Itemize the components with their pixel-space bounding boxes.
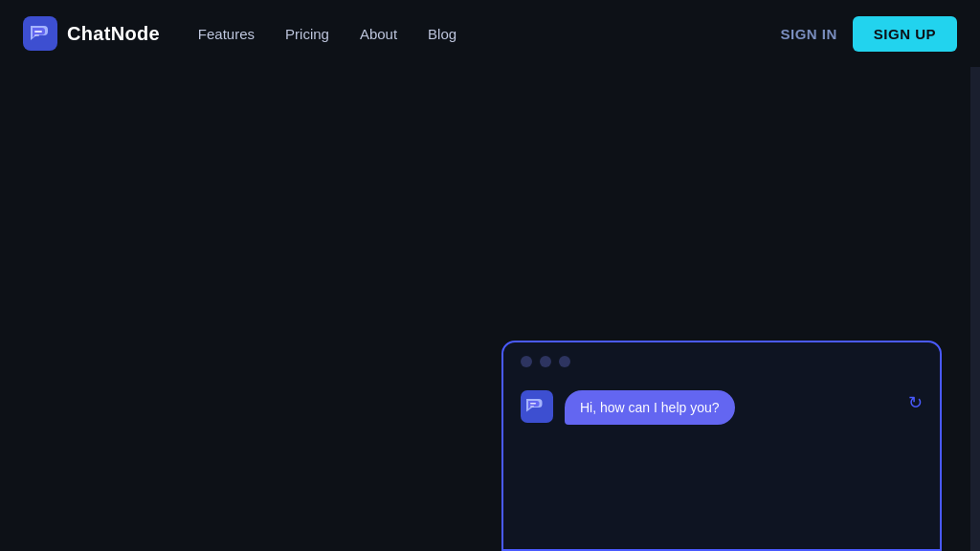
navbar: ChatNode Features Pricing About Blog SIG…: [0, 0, 980, 67]
brand-name: ChatNode: [67, 23, 160, 45]
chat-body: Hi, how can I help you?: [503, 381, 940, 434]
nav-features[interactable]: Features: [198, 26, 255, 42]
window-dot-1: [521, 356, 532, 367]
window-dot-3: [559, 356, 570, 367]
window-dot-2: [540, 356, 551, 367]
logo-icon: [23, 16, 57, 51]
main-content: Hi, how can I help you? ↻: [0, 67, 980, 551]
svg-rect-1: [34, 31, 42, 33]
svg-rect-5: [530, 406, 534, 408]
chat-greeting-bubble: Hi, how can I help you?: [565, 390, 735, 425]
refresh-icon[interactable]: ↻: [908, 392, 923, 413]
nav-links: Features Pricing About Blog: [198, 26, 781, 42]
logo[interactable]: ChatNode: [23, 16, 160, 51]
nav-actions: SIGN IN SIGN UP: [780, 16, 957, 52]
bot-avatar-icon: [521, 390, 553, 423]
svg-rect-4: [530, 403, 536, 405]
scrollbar-track[interactable]: [970, 0, 980, 551]
chat-titlebar: [503, 342, 940, 381]
chat-window: Hi, how can I help you? ↻: [501, 341, 942, 551]
nav-pricing[interactable]: Pricing: [285, 26, 329, 42]
svg-rect-2: [34, 34, 39, 36]
nav-blog[interactable]: Blog: [428, 26, 457, 42]
nav-about[interactable]: About: [360, 26, 397, 42]
sign-in-button[interactable]: SIGN IN: [780, 26, 836, 42]
sign-up-button[interactable]: SIGN UP: [853, 16, 957, 52]
